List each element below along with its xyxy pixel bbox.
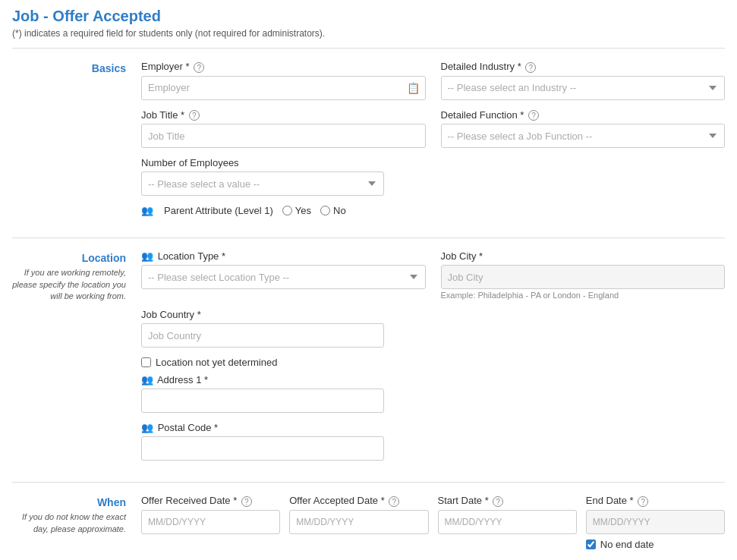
address1-field-group: 👥 Address 1 * bbox=[141, 374, 384, 413]
offer-received-help-icon[interactable]: ? bbox=[241, 496, 252, 507]
postal-code-icon: 👥 bbox=[141, 422, 153, 433]
job-title-label: Job Title * ? bbox=[141, 109, 426, 121]
num-employees-select[interactable]: -- Please select a value -- bbox=[141, 171, 384, 196]
when-sublabel: If you do not know the exact day, please… bbox=[12, 511, 126, 535]
offer-received-input[interactable] bbox=[141, 510, 280, 534]
offer-accepted-field: Offer Accepted Date * ? bbox=[289, 495, 428, 550]
end-date-help-icon[interactable]: ? bbox=[638, 496, 648, 507]
detailed-function-col: Detailed Function * ? -- Please select a… bbox=[441, 109, 726, 158]
basics-title: Basics bbox=[12, 62, 126, 74]
location-type-field-group: 👥 Location Type * -- Please select Locat… bbox=[141, 250, 426, 289]
page-subtitle: (*) indicates a required field for stude… bbox=[12, 28, 725, 39]
num-employees-field-group: Number of Employees -- Please select a v… bbox=[141, 157, 384, 196]
job-title-help-icon[interactable]: ? bbox=[189, 110, 200, 121]
end-date-label: End Date * ? bbox=[586, 495, 725, 507]
offer-accepted-label: Offer Accepted Date * ? bbox=[289, 495, 428, 507]
postal-code-label: 👥 Postal Code * bbox=[141, 422, 384, 433]
postal-code-input[interactable] bbox=[141, 436, 384, 461]
location-type-select[interactable]: -- Please select Location Type -- bbox=[141, 265, 426, 289]
employer-col: Employer * ? 📋 bbox=[141, 61, 426, 109]
when-title: When bbox=[12, 496, 126, 508]
location-type-icon: 👥 bbox=[141, 250, 153, 262]
job-city-hint: Example: Philadelphia - PA or London - E… bbox=[441, 291, 726, 300]
basics-row1: Employer * ? 📋 Detailed Industry * bbox=[141, 61, 725, 109]
location-section: Location If you are working remotely, pl… bbox=[12, 238, 725, 483]
location-type-col: 👥 Location Type * -- Please select Locat… bbox=[141, 250, 426, 309]
when-label: When If you do not know the exact day, p… bbox=[12, 495, 141, 560]
detailed-function-field-group: Detailed Function * ? -- Please select a… bbox=[441, 109, 726, 149]
address1-label: 👥 Address 1 * bbox=[141, 374, 384, 385]
location-row1: 👥 Location Type * -- Please select Locat… bbox=[141, 250, 725, 309]
detailed-function-label: Detailed Function * ? bbox=[441, 109, 726, 121]
job-city-label: Job City * bbox=[441, 250, 726, 262]
location-label: Location If you are working remotely, pl… bbox=[12, 250, 141, 470]
job-title-field-group: Job Title * ? bbox=[141, 109, 426, 149]
when-section: When If you do not know the exact day, p… bbox=[12, 483, 725, 560]
detailed-function-help-icon[interactable]: ? bbox=[528, 110, 539, 121]
offer-accepted-help-icon[interactable]: ? bbox=[389, 496, 399, 507]
end-date-field: End Date * ? No end date bbox=[586, 495, 725, 550]
num-employees-label: Number of Employees bbox=[141, 157, 384, 168]
job-city-field-group: Job City * Example: Philadelphia - PA or… bbox=[441, 250, 726, 300]
offer-received-label: Offer Received Date * ? bbox=[141, 495, 280, 507]
dates-row: Offer Received Date * ? Offer Accepted D… bbox=[141, 495, 725, 550]
basics-section: Basics Employer * ? 📋 bbox=[12, 49, 725, 238]
employer-label: Employer * ? bbox=[141, 61, 426, 73]
when-content: Offer Received Date * ? Offer Accepted D… bbox=[141, 495, 725, 560]
location-content: 👥 Location Type * -- Please select Locat… bbox=[141, 250, 725, 470]
job-country-input[interactable] bbox=[141, 323, 384, 348]
detailed-industry-field-group: Detailed Industry * ? -- Please select a… bbox=[441, 61, 726, 100]
no-end-date-label[interactable]: No end date bbox=[600, 539, 654, 550]
employer-icon: 📋 bbox=[407, 82, 420, 94]
postal-code-field-group: 👥 Postal Code * bbox=[141, 422, 384, 461]
job-title-input[interactable] bbox=[141, 124, 426, 148]
basics-row2: Job Title * ? Detailed Function * ? bbox=[141, 109, 725, 158]
location-type-label: 👥 Location Type * bbox=[141, 250, 426, 262]
parent-attribute-field-group: 👥 Parent Attribute (Level 1) Yes No bbox=[141, 205, 725, 216]
page-container: Job - Offer Accepted (*) indicates a req… bbox=[0, 0, 737, 560]
parent-attribute-no-label[interactable]: No bbox=[320, 205, 346, 216]
location-title: Location bbox=[12, 252, 126, 264]
employer-field-group: Employer * ? 📋 bbox=[141, 61, 426, 100]
detailed-function-select[interactable]: -- Please select a Job Function -- bbox=[441, 124, 726, 148]
job-city-input[interactable] bbox=[441, 265, 726, 289]
job-city-col: Job City * Example: Philadelphia - PA or… bbox=[441, 250, 726, 309]
detailed-industry-label: Detailed Industry * ? bbox=[441, 61, 726, 73]
job-country-label: Job Country * bbox=[141, 309, 384, 320]
location-sublabel: If you are working remotely, please spec… bbox=[12, 267, 126, 302]
basics-content: Employer * ? 📋 Detailed Industry * bbox=[141, 61, 725, 225]
parent-attribute-group: 👥 Parent Attribute (Level 1) Yes No bbox=[141, 205, 725, 216]
detailed-industry-help-icon[interactable]: ? bbox=[525, 62, 536, 73]
location-not-determined-checkbox[interactable] bbox=[141, 357, 151, 367]
parent-attribute-label: Parent Attribute (Level 1) bbox=[164, 205, 273, 216]
parent-attribute-no-radio[interactable] bbox=[320, 206, 330, 216]
job-country-field-group: Job Country * bbox=[141, 309, 384, 348]
parent-attribute-yes-label[interactable]: Yes bbox=[282, 205, 311, 216]
basics-label: Basics bbox=[12, 61, 141, 225]
employer-input-wrapper: 📋 bbox=[141, 76, 426, 100]
offer-accepted-input[interactable] bbox=[289, 510, 428, 534]
no-end-date-checkbox[interactable] bbox=[586, 540, 596, 549]
employer-input[interactable] bbox=[141, 76, 426, 100]
location-not-determined-label[interactable]: Location not yet determined bbox=[156, 357, 277, 368]
parent-attribute-icon: 👥 bbox=[141, 205, 153, 216]
detailed-industry-col: Detailed Industry * ? -- Please select a… bbox=[441, 61, 726, 109]
start-date-label: Start Date * ? bbox=[438, 495, 577, 507]
start-date-help-icon[interactable]: ? bbox=[493, 496, 503, 507]
start-date-field: Start Date * ? bbox=[438, 495, 577, 550]
detailed-industry-select[interactable]: -- Please select an Industry -- bbox=[441, 76, 726, 100]
address1-icon: 👥 bbox=[141, 374, 153, 385]
address1-input[interactable] bbox=[141, 389, 384, 413]
offer-received-field: Offer Received Date * ? bbox=[141, 495, 280, 550]
employer-help-icon[interactable]: ? bbox=[194, 62, 204, 73]
page-title: Job - Offer Accepted bbox=[12, 8, 725, 25]
job-title-col: Job Title * ? bbox=[141, 109, 426, 158]
end-date-input[interactable] bbox=[586, 510, 725, 534]
no-end-date-group: No end date bbox=[586, 539, 725, 550]
parent-attribute-yes-radio[interactable] bbox=[282, 206, 292, 216]
location-not-determined-group: Location not yet determined bbox=[141, 357, 725, 368]
start-date-input[interactable] bbox=[438, 510, 577, 534]
